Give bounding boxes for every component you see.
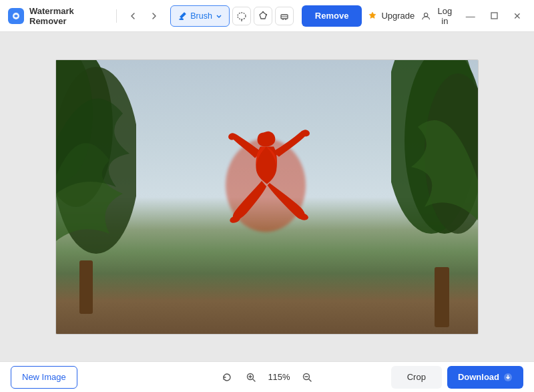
- upgrade-button[interactable]: Upgrade: [367, 11, 415, 21]
- zoom-in-button[interactable]: [242, 368, 260, 387]
- eraser-tool-button[interactable]: [275, 7, 294, 25]
- separator: [116, 9, 117, 23]
- tree-right: [391, 60, 478, 327]
- bottom-bar: New Image 115% Cr: [0, 361, 534, 392]
- zoom-controls: 115%: [218, 368, 316, 387]
- new-image-button[interactable]: New Image: [11, 366, 77, 389]
- image-canvas[interactable]: [55, 59, 479, 335]
- polygonal-tool-button[interactable]: [254, 7, 272, 25]
- svg-point-3: [266, 13, 267, 15]
- forward-button[interactable]: [146, 7, 162, 25]
- zoom-level: 115%: [266, 372, 292, 382]
- bottom-right: Crop Download: [391, 366, 523, 389]
- maximize-button[interactable]: [485, 7, 502, 25]
- login-button[interactable]: Log in: [421, 6, 455, 26]
- back-button[interactable]: [124, 7, 140, 25]
- zoom-out-button[interactable]: [298, 368, 316, 387]
- minimize-button[interactable]: —: [462, 7, 479, 25]
- titlebar: Watermark Remover Brush: [0, 0, 534, 32]
- app-title: Watermark Remover: [29, 6, 103, 26]
- remove-button[interactable]: Remove: [302, 5, 362, 27]
- download-button[interactable]: Download: [447, 366, 523, 389]
- brush-tool-button[interactable]: Brush: [170, 5, 230, 27]
- main-canvas-area: [0, 32, 534, 361]
- close-button[interactable]: ✕: [509, 7, 526, 25]
- titlebar-right: Upgrade Log in — ✕: [367, 6, 526, 26]
- red-figure: [207, 112, 327, 258]
- svg-point-2: [262, 11, 264, 12]
- svg-rect-6: [491, 13, 497, 19]
- svg-rect-10: [79, 260, 93, 314]
- svg-point-5: [425, 13, 428, 16]
- svg-point-1: [238, 13, 246, 19]
- lasso-tool-button[interactable]: [232, 7, 251, 25]
- app-logo: [8, 8, 24, 24]
- tree-left: [56, 60, 136, 314]
- bottom-left: New Image: [11, 366, 77, 389]
- brush-label: Brush: [190, 11, 212, 21]
- crop-button[interactable]: Crop: [391, 366, 442, 389]
- svg-rect-14: [435, 267, 449, 327]
- tool-group: Brush: [170, 5, 294, 27]
- reset-zoom-button[interactable]: [218, 368, 236, 387]
